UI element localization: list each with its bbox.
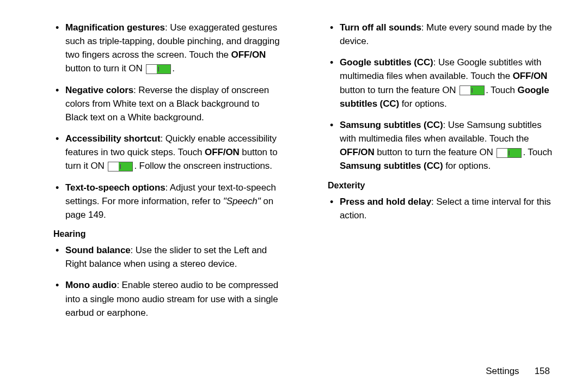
item-text: button to turn the feature ON [375,147,496,157]
toggle-on-icon [146,64,171,74]
hearing-list: Sound balance: Use the slider to set the… [33,243,281,320]
item-text: button to turn it ON [65,63,145,74]
list-item: Google subtitles (CC): Use Google subtit… [307,56,555,111]
list-item: Turn off all sounds: Mute every sound ma… [307,21,555,48]
bold-inline: OFF/ON [231,50,266,60]
item-text: for options. [399,99,447,109]
toggle-on-icon [497,148,522,158]
bold-inline: OFF/ON [340,147,375,157]
item-title: Accessibility shortcut [65,133,160,144]
item-title: Negative colors [65,85,133,95]
bold-inline: Samsung subtitles (CC) [340,161,443,171]
columns: Magnification gestures: Use exaggerated … [33,21,555,327]
vision-list-continued: Magnification gestures: Use exaggerated … [33,21,281,222]
dexterity-list: Press and hold delay: Select a time inte… [307,195,555,222]
item-title: Text-to-speech options [65,182,166,193]
toggle-on-icon [108,162,133,171]
list-item: Accessibility shortcut: Quickly enable a… [33,132,281,173]
right-column: Turn off all sounds: Mute every sound ma… [307,21,555,327]
hearing-list-continued: Turn off all sounds: Mute every sound ma… [307,21,555,173]
list-item: Mono audio: Enable stereo audio to be co… [33,278,281,319]
list-item: Magnification gestures: Use exaggerated … [33,21,281,76]
item-text: . [172,63,175,74]
section-heading-dexterity: Dexterity [328,181,555,191]
item-title: Mono audio [65,280,117,290]
item-title: Press and hold delay [340,197,431,207]
item-title: Magnification gestures [65,22,165,33]
toggle-on-icon [460,85,485,95]
bold-inline: OFF/ON [205,147,240,157]
footer-page-number: 158 [535,366,550,376]
item-title: Samsung subtitles (CC) [340,120,443,130]
list-item: Negative colors: Reverse the display of … [33,83,281,124]
item-text: button to turn the feature ON [340,85,458,95]
page-footer: Settings158 [486,366,550,377]
item-text: . Follow the onscreen instructions. [134,161,272,171]
manual-page: Magnification gestures: Use exaggerated … [0,0,588,392]
bold-inline: OFF/ON [513,71,548,81]
section-heading-hearing: Hearing [53,229,281,239]
left-column: Magnification gestures: Use exaggerated … [33,21,281,327]
list-item: Text-to-speech options: Adjust your text… [33,181,281,222]
italic-inline: "Speech" [223,196,261,206]
list-item: Samsung subtitles (CC): Use Samsung subt… [307,118,555,173]
item-title: Turn off all sounds [340,22,421,33]
list-item: Press and hold delay: Select a time inte… [307,195,555,222]
item-text: . Touch [486,85,517,95]
item-text: for options. [443,161,491,171]
item-title: Sound balance [65,245,131,255]
item-text: . Touch [523,147,552,157]
footer-section-label: Settings [486,366,519,376]
item-title: Google subtitles (CC) [340,57,433,68]
list-item: Sound balance: Use the slider to set the… [33,243,281,271]
